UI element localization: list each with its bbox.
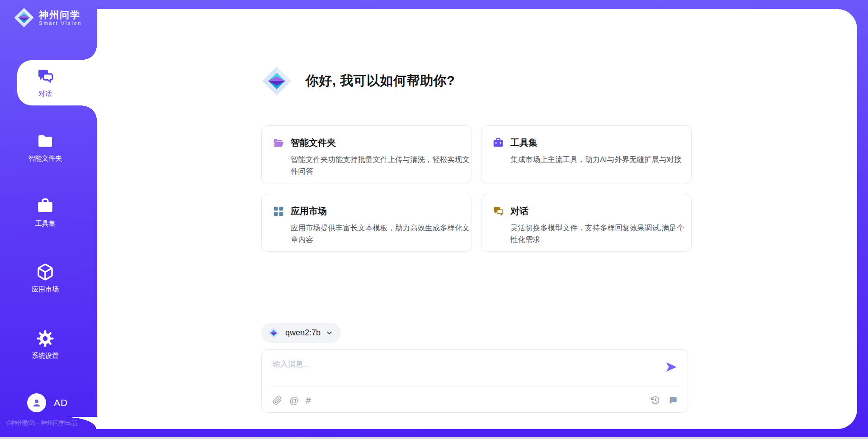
- sidebar-item-app-market[interactable]: 应用市场: [17, 256, 73, 301]
- folder-open-icon: [273, 137, 284, 149]
- apps-grid-icon: [273, 205, 284, 217]
- briefcase-icon: [492, 137, 504, 149]
- sidebar-item-smart-folder[interactable]: 智能文件夹: [17, 125, 73, 170]
- model-selector[interactable]: qwen2:7b: [261, 323, 341, 343]
- card-description: 智能文件夹功能支持批量文件上传与清洗，轻松实现文件问答: [291, 153, 470, 177]
- brand: 神州问学 Smart Vision: [14, 7, 82, 28]
- sidebar-item-label: 对话: [38, 90, 52, 98]
- panel-fillet-bottom-left: [66, 417, 97, 429]
- chat-icon: [492, 205, 504, 217]
- card-title: 应用市场: [291, 205, 327, 217]
- avatar: [27, 393, 46, 412]
- send-icon[interactable]: [665, 361, 678, 373]
- main-panel: 你好, 我可以如何帮助你? 智能文件夹 智能文件夹功能支持批量文件上传与清洗，轻…: [97, 9, 857, 429]
- window-bottom-edge: [0, 437, 868, 439]
- sidebar-item-settings[interactable]: 系统设置: [17, 322, 73, 367]
- sidebar: 神州问学 Smart Vision 对话 智能文件夹 工具集 应用市场 系统设置: [0, 0, 97, 439]
- tab-fillet-top: [83, 46, 97, 60]
- sidebar-item-label: 应用市场: [32, 285, 59, 294]
- sidebar-item-label: 工具集: [35, 220, 56, 228]
- sidebar-item-chat[interactable]: 对话: [17, 60, 97, 105]
- greeting: 你好, 我可以如何帮助你?: [261, 66, 455, 96]
- card-smart-folder[interactable]: 智能文件夹 智能文件夹功能支持批量文件上传与清洗，轻松实现文件问答: [261, 125, 472, 183]
- composer-divider: [270, 386, 679, 387]
- folder-icon: [36, 132, 54, 150]
- history-icon[interactable]: [651, 396, 660, 405]
- card-title: 工具集: [510, 137, 538, 149]
- sidebar-item-label: 系统设置: [32, 352, 59, 360]
- card-title: 对话: [510, 205, 528, 217]
- card-description: 集成市场上主流工具，助力AI与外界无缝扩展与对接: [510, 153, 689, 165]
- model-name: qwen2:7b: [285, 328, 321, 338]
- card-app-market[interactable]: 应用市场 应用市场提供丰富长文本模板，助力高效生成多样化文章内容: [261, 194, 472, 252]
- person-icon: [31, 397, 42, 409]
- chevron-down-icon: [326, 329, 333, 336]
- mention-icon[interactable]: @: [289, 396, 298, 405]
- tab-fillet-bottom: [83, 105, 97, 120]
- briefcase-icon: [36, 197, 54, 215]
- brand-logo-icon: [14, 7, 34, 28]
- message-composer: @ #: [261, 349, 688, 413]
- sidebar-item-toolset[interactable]: 工具集: [17, 190, 73, 235]
- composer-toolbar: @ #: [273, 396, 678, 405]
- user-account[interactable]: AD: [27, 393, 68, 412]
- card-description: 灵活切换多模型文件，支持多样回复效果调试,满足个性化需求: [510, 222, 689, 246]
- hashtag-icon[interactable]: #: [306, 396, 311, 405]
- card-title: 智能文件夹: [291, 137, 336, 149]
- brand-subtitle: Smart Vision: [39, 20, 82, 26]
- card-description: 应用市场提供丰富长文本模板，助力高效生成多样化文章内容: [291, 222, 470, 246]
- gear-icon: [36, 329, 54, 348]
- chat-bubble-icon[interactable]: [668, 396, 678, 405]
- brand-name: 神州问学: [39, 10, 82, 20]
- card-toolset[interactable]: 工具集 集成市场上主流工具，助力AI与外界无缝扩展与对接: [481, 125, 692, 183]
- feature-cards: 智能文件夹 智能文件夹功能支持批量文件上传与清洗，轻松实现文件问答 工具集 集成…: [261, 125, 692, 252]
- chat-icon: [36, 67, 54, 86]
- message-input[interactable]: [262, 350, 688, 379]
- greeting-logo-icon: [261, 66, 292, 96]
- user-initials: AD: [54, 397, 68, 408]
- card-chat[interactable]: 对话 灵活切换多模型文件，支持多样回复效果调试,满足个性化需求: [481, 194, 692, 252]
- attachment-icon[interactable]: [273, 396, 282, 405]
- model-logo-icon: [268, 327, 280, 339]
- sidebar-item-label: 智能文件夹: [28, 154, 62, 163]
- greeting-text: 你好, 我可以如何帮助你?: [306, 72, 455, 90]
- cube-icon: [36, 263, 54, 281]
